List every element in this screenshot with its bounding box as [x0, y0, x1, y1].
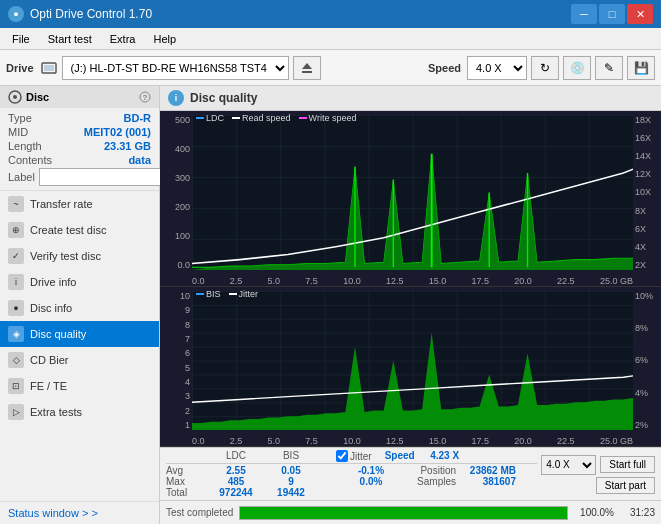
- position-value: 23862 MB: [456, 465, 516, 476]
- ldc-legend-item: LDC: [196, 113, 224, 123]
- ldc-chart-container: LDC Read speed Write speed 500 400 300: [160, 111, 661, 287]
- jitter-legend-label: Jitter: [239, 289, 259, 299]
- speed-label: Speed: [428, 62, 461, 74]
- stats-headers: LDC BIS Jitter Speed 4.23 X: [166, 450, 537, 464]
- menu-extra[interactable]: Extra: [102, 31, 144, 47]
- app-icon: ●: [8, 6, 24, 22]
- svg-rect-1: [44, 65, 54, 71]
- ldc-legend-label: LDC: [206, 113, 224, 123]
- eject-button[interactable]: [293, 56, 321, 80]
- position-label: Position: [406, 465, 456, 476]
- jitter-checkbox[interactable]: [336, 450, 348, 462]
- status-window-button[interactable]: Status window > >: [0, 501, 159, 524]
- disc-quality-header-icon: i: [168, 90, 184, 106]
- drive-dropdown[interactable]: (J:) HL-DT-ST BD-RE WH16NS58 TST4: [62, 56, 289, 80]
- disc-section: Disc ? Type BD-R MID MEIT02 (001) Length…: [0, 86, 159, 191]
- total-label: Total: [166, 487, 206, 498]
- bis-chart-container: BIS Jitter 10 9 8 7 6 5 4 3: [160, 287, 661, 447]
- avg-ldc: 2.55: [206, 465, 266, 476]
- disc-section-header: Disc ?: [0, 86, 159, 108]
- mid-value: MEIT02 (001): [84, 126, 151, 138]
- write-button[interactable]: ✎: [595, 56, 623, 80]
- contents-label: Contents: [8, 154, 52, 166]
- create-test-icon: ⊕: [8, 222, 24, 238]
- disc-section-label: Disc: [26, 91, 49, 103]
- disc-type-row: Type BD-R: [8, 112, 151, 124]
- stats-spacer: [316, 450, 336, 462]
- sidebar-item-fe-te[interactable]: ⊡ FE / TE: [0, 373, 159, 399]
- extra-tests-icon: ▷: [8, 404, 24, 420]
- progress-bar-container: [239, 506, 568, 520]
- status-window-label: Status window > >: [8, 507, 98, 519]
- sidebar-item-disc-quality[interactable]: ◈ Disc quality: [0, 321, 159, 347]
- sidebar-item-verify-test-disc[interactable]: ✓ Verify test disc: [0, 243, 159, 269]
- sidebar-item-drive-info[interactable]: i Drive info: [0, 269, 159, 295]
- menu-file[interactable]: File: [4, 31, 38, 47]
- total-bis: 19442: [266, 487, 316, 498]
- stats-avg-row: Avg 2.55 0.05 -0.1% Position 23862 MB: [166, 465, 537, 476]
- bis-legend-item: BIS: [196, 289, 221, 299]
- disc-contents-row: Contents data: [8, 154, 151, 166]
- drive-icon: [40, 59, 58, 77]
- progress-bar-fill: [240, 507, 567, 519]
- disc-info-icon: ●: [8, 300, 24, 316]
- max-ldc: 485: [206, 476, 266, 487]
- jitter-header: Jitter: [350, 451, 372, 462]
- sidebar-item-disc-info[interactable]: ● Disc info: [0, 295, 159, 321]
- speed-dropdown-row: 4.0 X Start full: [541, 455, 655, 475]
- stats-speed-dropdown[interactable]: 4.0 X: [541, 455, 596, 475]
- speed-dropdown[interactable]: 4.0 X: [467, 56, 527, 80]
- stats-table: LDC BIS Jitter Speed 4.23 X Avg 2.55 0.0…: [166, 450, 537, 498]
- disc-button[interactable]: 💿: [563, 56, 591, 80]
- type-label: Type: [8, 112, 32, 124]
- progress-time: 31:23: [620, 507, 655, 518]
- spacer2: [316, 476, 336, 487]
- sidebar-item-label: Create test disc: [30, 224, 106, 236]
- avg-label: Avg: [166, 465, 206, 476]
- sidebar-item-label: Extra tests: [30, 406, 82, 418]
- progress-area: Test completed 100.0% 31:23: [160, 500, 661, 524]
- menu-help[interactable]: Help: [145, 31, 184, 47]
- label-label: Label: [8, 171, 35, 183]
- svg-marker-2: [302, 63, 312, 69]
- avg-bis: 0.05: [266, 465, 316, 476]
- label-input[interactable]: [39, 168, 172, 186]
- ldc-x-labels: 0.0 2.5 5.0 7.5 10.0 12.5 15.0 17.5 20.0…: [192, 276, 633, 286]
- total-ldc: 972244: [206, 487, 266, 498]
- sidebar-item-create-test-disc[interactable]: ⊕ Create test disc: [0, 217, 159, 243]
- samples-value: 381607: [456, 476, 516, 487]
- svg-point-5: [13, 95, 17, 99]
- fe-te-icon: ⊡: [8, 378, 24, 394]
- ldc-chart-legend: LDC Read speed Write speed: [196, 113, 356, 123]
- sidebar-item-label: Disc quality: [30, 328, 86, 340]
- sidebar-item-label: Verify test disc: [30, 250, 101, 262]
- start-full-button[interactable]: Start full: [600, 456, 655, 473]
- sidebar-item-label: Transfer rate: [30, 198, 93, 210]
- sidebar-item-extra-tests[interactable]: ▷ Extra tests: [0, 399, 159, 425]
- close-button[interactable]: ✕: [627, 4, 653, 24]
- maximize-button[interactable]: □: [599, 4, 625, 24]
- avg-jitter: -0.1%: [336, 465, 406, 476]
- minimize-button[interactable]: ─: [571, 4, 597, 24]
- max-bis: 9: [266, 476, 316, 487]
- menu-start-test[interactable]: Start test: [40, 31, 100, 47]
- disc-quality-icon: ◈: [8, 326, 24, 342]
- spacer1: [316, 465, 336, 476]
- sidebar-item-cd-bier[interactable]: ◇ CD Bier: [0, 347, 159, 373]
- length-value: 23.31 GB: [104, 140, 151, 152]
- disc-mid-row: MID MEIT02 (001): [8, 126, 151, 138]
- jitter-legend-item: Jitter: [229, 289, 259, 299]
- save-button[interactable]: 💾: [627, 56, 655, 80]
- ldc-y-labels-right: 18X 16X 14X 12X 10X 8X 6X 4X 2X: [633, 115, 661, 270]
- verify-test-icon: ✓: [8, 248, 24, 264]
- bis-legend-label: BIS: [206, 289, 221, 299]
- write-speed-legend-item: Write speed: [299, 113, 357, 123]
- start-part-button[interactable]: Start part: [596, 477, 655, 494]
- refresh-button[interactable]: ↻: [531, 56, 559, 80]
- type-value: BD-R: [124, 112, 152, 124]
- sidebar-item-label: FE / TE: [30, 380, 67, 392]
- title-bar-buttons: ─ □ ✕: [571, 4, 653, 24]
- jitter-checkbox-group: Jitter: [336, 450, 372, 462]
- drive-label: Drive: [6, 62, 34, 74]
- sidebar-item-transfer-rate[interactable]: ~ Transfer rate: [0, 191, 159, 217]
